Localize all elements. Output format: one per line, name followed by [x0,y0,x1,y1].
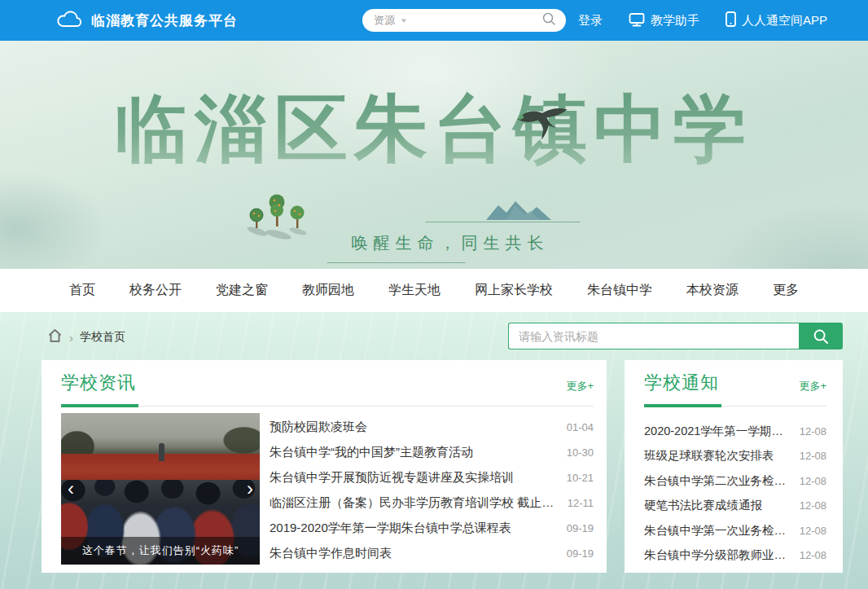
notice-item-title: 朱台镇中学第一次业务检查的 [644,523,791,538]
notice-item-date: 12-08 [800,549,826,561]
main-navigation: 首页 校务公开 党建之窗 教师园地 学生天地 网上家长学校 朱台镇中学 本校资源… [0,269,868,312]
nav-item-home[interactable]: 首页 [69,282,95,299]
notice-item-title: 硬笔书法比赛成绩通报 [644,498,762,513]
news-more-link[interactable]: 更多+ [566,379,594,395]
news-item-date: 09-19 [567,547,594,560]
news-item-title: 预防校园欺凌班会 [270,420,367,435]
carousel-caption[interactable]: 这个春节，让我们告别“火药味” [61,537,260,565]
teaching-assistant-label: 教学助手 [651,13,699,29]
notices-section-title: 学校通知 [644,371,719,395]
nav-item-students[interactable]: 学生天地 [388,282,441,299]
section-underline [644,404,826,407]
news-item-date: 12-11 [568,497,594,509]
notice-item-date: 12-08 [800,475,826,487]
news-item-title: 临淄区注册（备案）民办非学历教育培训学校 截止2019 [270,495,559,511]
news-item-title: 朱台镇中学开展预防近视专题讲座及实操培训 [270,470,514,486]
nav-item-school-affairs[interactable]: 校务公开 [129,282,182,299]
carousel-prev-arrow[interactable]: ‹ [68,479,74,499]
news-item-date: 10-30 [567,446,594,459]
notice-list-item[interactable]: 朱台镇中学分级部教师业务展 12-08 [644,543,826,569]
notice-item-title: 班级足球联赛轮次安排表 [644,448,774,464]
login-link[interactable]: 登录 [578,13,603,29]
news-list-item[interactable]: 朱台镇中学“我的中国梦”主题教育活动 10-30 [270,440,594,465]
breadcrumb-current: 学校首页 [80,330,125,345]
nav-item-more[interactable]: 更多 [773,282,799,299]
news-item-date: 09-19 [567,522,594,534]
school-banner: 临淄区朱台镇中学 唤 [0,41,868,269]
news-list: 预防校园欺凌班会 01-04 朱台镇中学“我的中国梦”主题教育活动 10-30 … [270,413,594,566]
news-list-item[interactable]: 2019-2020学年第一学期朱台镇中学总课程表 09-19 [270,516,594,541]
home-icon[interactable] [47,328,63,346]
search-icon[interactable] [541,11,556,29]
news-item-date: 01-04 [567,421,594,433]
notices-more-link[interactable]: 更多+ [799,379,826,395]
teaching-assistant-link[interactable]: 教学助手 [629,12,699,29]
cloud-logo-icon [55,9,83,33]
news-search-input[interactable] [508,323,799,349]
main-content: › 学校首页 》 学校资讯 更多+ [0,312,868,589]
photo-speaker [159,443,164,461]
brand-logo-link[interactable]: 临淄教育公共服务平台 [55,9,238,33]
news-list-item[interactable]: 朱台镇中学作息时间表 09-19 [270,541,594,566]
top-search-bar[interactable]: 资源 ▼ [362,9,566,32]
notice-list-item[interactable]: 班级足球联赛轮次安排表 12-08 [644,444,826,469]
news-list-item[interactable]: 预防校园欺凌班会 01-04 [270,415,594,440]
news-list-item[interactable]: 临淄区注册（备案）民办非学历教育培训学校 截止2019 12-11 [270,490,594,516]
news-section-title: 学校资讯 [61,371,136,395]
notice-item-date: 12-08 [800,450,826,462]
app-link[interactable]: 人人通空间APP [726,11,827,29]
notice-item-date: 12-08 [800,499,826,512]
carousel-next-arrow[interactable]: › [247,479,253,499]
nav-item-parent-school[interactable]: 网上家长学校 [475,282,553,299]
news-item-title: 朱台镇中学作息时间表 [270,546,392,561]
swallow-bird-icon [515,106,569,147]
news-list-item[interactable]: 朱台镇中学开展预防近视专题讲座及实操培训 10-21 [270,465,594,490]
school-notices-card: 学校通知 更多+ 2020-2021学年第一学期足球 12-08 班级足球联赛轮… [625,360,843,573]
news-search [508,323,843,349]
nav-item-party-building[interactable]: 党建之窗 [216,282,268,299]
notice-list-item[interactable]: 朱台镇中学第一次业务检查的 12-08 [644,518,826,543]
notice-item-date: 12-08 [800,525,826,537]
monitor-icon [629,12,645,29]
news-search-button[interactable] [799,323,843,349]
mountains-illustration [486,200,551,223]
app-link-label: 人人通空间APP [742,13,827,29]
platform-title: 临淄教育公共服务平台 [91,11,238,30]
nav-item-teachers[interactable]: 教师园地 [302,282,354,299]
notice-item-title: 朱台镇中学分级部教师业务展 [644,547,791,563]
news-item-title: 朱台镇中学“我的中国梦”主题教育活动 [270,445,473,460]
section-underline [61,404,594,407]
slogan-block: 唤醒生命，同生共长 [352,232,550,254]
phone-icon [726,11,736,29]
slogan-line-bottom [327,262,466,263]
search-scope-select[interactable]: 资源 [374,13,395,28]
notice-item-title: 2020-2021学年第一学期足球 [644,424,791,439]
news-item-title: 2019-2020学年第一学期朱台镇中学总课程表 [270,521,511,536]
school-slogan: 唤醒生命，同生共长 [352,232,550,254]
notice-list-item[interactable]: 硬笔书法比赛成绩通报 12-08 [644,494,826,519]
news-item-date: 10-21 [567,472,594,484]
notice-item-date: 12-08 [800,425,826,437]
nav-item-zhutai-school[interactable]: 朱台镇中学 [587,282,652,299]
top-bar: 临淄教育公共服务平台 资源 ▼ 登录 教学助手 [0,0,868,41]
chevron-down-icon: ▼ [400,17,408,24]
school-name-title: 临淄区朱台镇中学 [0,80,868,179]
breadcrumb: › 学校首页 [47,328,125,346]
trees-illustration [246,191,308,243]
news-carousel[interactable]: 这个春节，让我们告别“火药味” ‹ › [61,413,260,565]
school-news-card: 学校资讯 更多+ 这个春节，让我们告别“火药味” ‹ › [42,360,607,573]
notice-list-item[interactable]: 朱台镇中学第二次业务检查的 12-08 [644,468,826,494]
chevron-right-icon: › [69,331,73,345]
nav-item-school-resources[interactable]: 本校资源 [686,282,739,299]
notice-list-item[interactable]: 2020-2021学年第一学期足球 12-08 [644,419,826,444]
notice-item-title: 朱台镇中学第二次业务检查的 [644,473,791,489]
slogan-line-top [426,222,581,222]
notices-list: 2020-2021学年第一学期足球 12-08 班级足球联赛轮次安排表 12-0… [644,419,826,568]
